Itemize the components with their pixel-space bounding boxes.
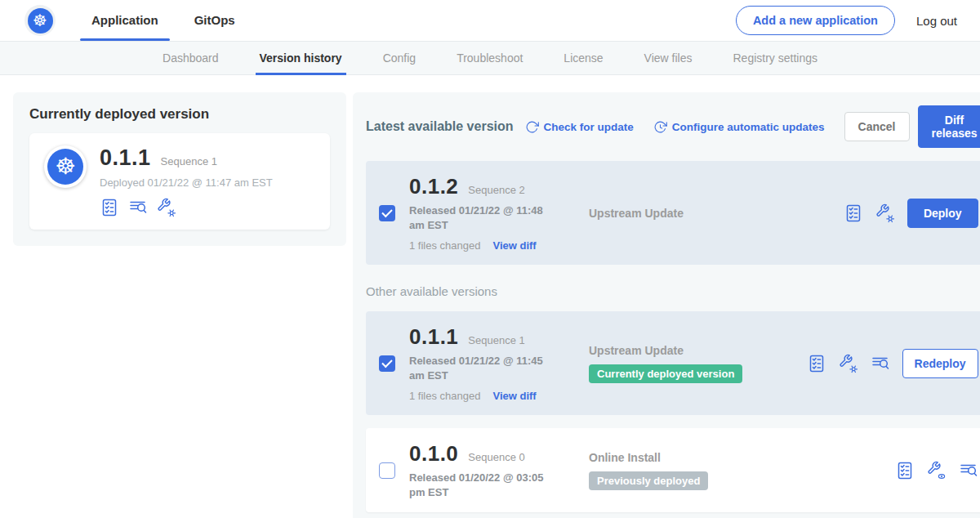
deployed-version-card: ☸ 0.1.1 Sequence 1 Deployed 01/21/22 @ 1… xyxy=(29,133,330,230)
view-config-icon[interactable] xyxy=(927,461,947,480)
tab-application-label: Application xyxy=(91,13,158,27)
tab-gitops[interactable]: GitOps xyxy=(183,0,247,41)
files-changed-label: 1 files changed xyxy=(409,390,480,402)
version-info: 0.1.1 Sequence 1 Released 01/21/22 @ 11:… xyxy=(409,324,589,402)
tab-gitops-label: GitOps xyxy=(194,13,235,27)
app-sub-nav: Dashboard Version history Config Trouble… xyxy=(0,41,980,75)
version-row-0-1-1: 0.1.1 Sequence 1 Released 01/21/22 @ 11:… xyxy=(366,311,980,415)
deploy-logs-icon[interactable] xyxy=(871,354,890,373)
logout-button[interactable]: Log out xyxy=(916,14,957,28)
source-label: Upstream Update xyxy=(589,207,844,220)
deployed-version-details: 0.1.1 Sequence 1 Deployed 01/21/22 @ 11:… xyxy=(100,145,273,217)
app-logo: ☸ xyxy=(44,145,87,188)
tab-application[interactable]: Application xyxy=(80,0,170,41)
version-head: 0.1.2 Sequence 2 xyxy=(409,174,589,199)
version-head: 0.1.1 Sequence 1 xyxy=(409,324,589,350)
edit-config-icon[interactable] xyxy=(157,198,176,217)
version-source: Online Install Previously deployed xyxy=(589,451,895,490)
deployed-timestamp: Deployed 01/21/22 @ 11:47 am EST xyxy=(100,176,273,189)
preflight-checks-icon[interactable] xyxy=(807,354,826,373)
check-for-update-label: Check for update xyxy=(544,121,634,133)
configure-automatic-updates-link[interactable]: Configure automatic updates xyxy=(653,120,825,134)
version-number: 0.1.1 xyxy=(409,324,458,350)
subnav-dashboard[interactable]: Dashboard xyxy=(158,42,223,74)
previously-deployed-badge: Previously deployed xyxy=(589,471,708,490)
version-actions: Redeploy xyxy=(807,349,978,378)
preflight-checks-icon[interactable] xyxy=(895,461,915,480)
version-checkbox[interactable] xyxy=(379,205,395,221)
kubernetes-logo-inner: ☸ xyxy=(28,8,53,33)
kubernetes-logo-icon[interactable]: ☸ xyxy=(24,5,56,36)
add-new-application-button[interactable]: Add a new application xyxy=(736,6,895,35)
version-number: 0.1.2 xyxy=(409,174,458,199)
released-timestamp: Released 01/21/22 @ 11:48 am EST xyxy=(409,203,560,232)
deploy-logs-icon[interactable] xyxy=(128,198,148,217)
version-source: Upstream Update Currently deployed versi… xyxy=(589,344,807,383)
version-row-0-1-0: 0.1.0 Sequence 0 Released 01/20/22 @ 03:… xyxy=(366,428,980,512)
preflight-checks-icon[interactable] xyxy=(100,198,119,217)
subnav-version-history[interactable]: Version history xyxy=(256,42,346,74)
version-checkbox[interactable] xyxy=(379,462,395,479)
files-changed-row: 1 files changed View diff xyxy=(409,239,589,252)
version-info: 0.1.2 Sequence 2 Released 01/21/22 @ 11:… xyxy=(409,174,589,252)
latest-version-header: Latest available version Check for updat… xyxy=(366,105,980,148)
released-timestamp: Released 01/21/22 @ 11:45 am EST xyxy=(409,354,560,382)
currently-deployed-title: Currently deployed version xyxy=(29,106,330,123)
top-tab-bar: Application GitOps xyxy=(80,0,260,41)
currently-deployed-card: Currently deployed version ☸ 0.1.1 Seque… xyxy=(13,92,346,246)
app-logo-inner: ☸ xyxy=(47,149,83,185)
view-diff-link[interactable]: View diff xyxy=(492,239,536,252)
version-info: 0.1.0 Sequence 0 Released 01/20/22 @ 03:… xyxy=(409,441,589,499)
version-head: 0.1.0 Sequence 0 xyxy=(409,441,589,467)
top-nav: ☸ Application GitOps Add a new applicati… xyxy=(0,0,980,41)
released-timestamp: Released 01/20/22 @ 03:05 pm EST xyxy=(409,471,560,499)
version-checkbox[interactable] xyxy=(379,355,395,372)
subnav-troubleshoot[interactable]: Troubleshoot xyxy=(452,42,527,74)
edit-config-icon[interactable] xyxy=(839,354,858,373)
deployed-version-number: 0.1.1 xyxy=(100,145,151,171)
deployed-version-sequence: Sequence 1 xyxy=(161,155,217,167)
kubernetes-wheel-icon: ☸ xyxy=(55,155,75,178)
preflight-checks-icon[interactable] xyxy=(844,203,863,223)
view-diff-link[interactable]: View diff xyxy=(492,390,536,402)
currently-deployed-badge: Currently deployed version xyxy=(589,364,742,383)
deployed-actions xyxy=(100,198,273,217)
edit-config-icon[interactable] xyxy=(875,203,895,223)
source-label: Upstream Update xyxy=(589,344,807,357)
configure-automatic-updates-label: Configure automatic updates xyxy=(672,121,825,133)
latest-version-title: Latest available version xyxy=(366,119,514,134)
deployed-version-head: 0.1.1 Sequence 1 xyxy=(100,145,273,171)
redeploy-button[interactable]: Redeploy xyxy=(902,349,978,378)
version-row-0-1-2: 0.1.2 Sequence 2 Released 01/21/22 @ 11:… xyxy=(366,161,980,265)
check-for-update-link[interactable]: Check for update xyxy=(525,120,634,134)
version-sequence: Sequence 1 xyxy=(468,334,524,346)
files-changed-label: 1 files changed xyxy=(409,239,480,252)
schedule-refresh-icon xyxy=(653,120,667,134)
subnav-config[interactable]: Config xyxy=(379,42,420,74)
version-sequence: Sequence 2 xyxy=(468,184,524,196)
version-actions xyxy=(895,461,978,480)
other-versions-label: Other available versions xyxy=(366,284,980,298)
version-number: 0.1.0 xyxy=(409,441,458,467)
subnav-view-files[interactable]: View files xyxy=(640,42,697,74)
deploy-button[interactable]: Deploy xyxy=(907,199,978,228)
subnav-license[interactable]: License xyxy=(559,42,607,74)
refresh-icon xyxy=(525,120,539,134)
files-changed-row: 1 files changed View diff xyxy=(409,390,589,402)
cancel-button[interactable]: Cancel xyxy=(844,112,910,141)
version-source: Upstream Update xyxy=(589,207,844,220)
kubernetes-wheel-icon: ☸ xyxy=(33,12,47,29)
diff-releases-button[interactable]: Diff releases xyxy=(918,105,980,148)
version-sequence: Sequence 0 xyxy=(468,451,524,463)
deploy-logs-icon[interactable] xyxy=(959,461,978,480)
version-history-panel: Latest available version Check for updat… xyxy=(353,92,980,518)
version-actions: Deploy xyxy=(844,199,978,228)
source-label: Online Install xyxy=(589,451,895,464)
main-content: Currently deployed version ☸ 0.1.1 Seque… xyxy=(0,75,980,518)
subnav-registry-settings[interactable]: Registry settings xyxy=(729,42,822,74)
